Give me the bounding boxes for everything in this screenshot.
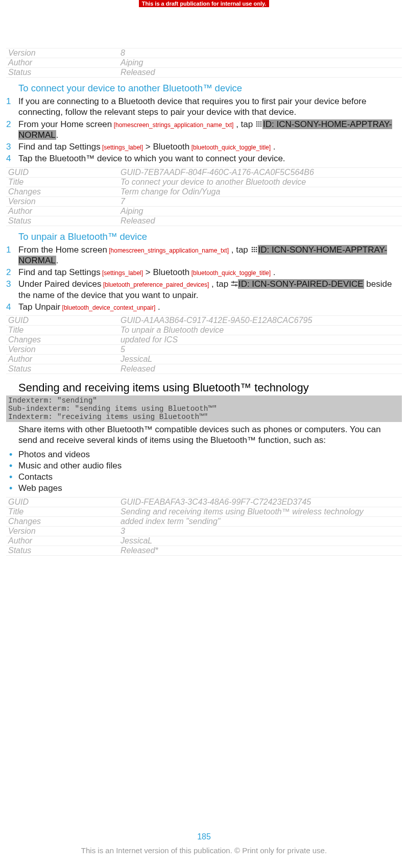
meta-value: updated for ICS bbox=[118, 335, 402, 345]
string-ref: [settings_label] bbox=[101, 269, 143, 277]
meta-key: Author bbox=[6, 58, 118, 68]
table-row: AuthorJessicaL bbox=[6, 355, 402, 364]
text: > bbox=[143, 142, 153, 152]
step-item: Find and tap Settings [settings_label] >… bbox=[6, 141, 402, 152]
step-item: Tap the Bluetooth™ device to which you w… bbox=[6, 153, 402, 164]
table-row: TitleTo unpair a Bluetooth device bbox=[6, 326, 402, 335]
svg-point-10 bbox=[253, 246, 255, 248]
meta-key: Changes bbox=[6, 516, 118, 526]
table-row: Version8 bbox=[6, 48, 402, 58]
text: . bbox=[271, 142, 275, 152]
meta-key: Changes bbox=[6, 335, 118, 345]
table-row: Version3 bbox=[6, 526, 402, 536]
bullet-list: Photos and videos Music and other audio … bbox=[6, 449, 402, 494]
list-item: Music and other audio files bbox=[6, 460, 402, 472]
body-paragraph: Share items with other Bluetooth™ compat… bbox=[18, 424, 402, 446]
string-ref: [homescreen_strings_application_name_txt… bbox=[107, 247, 229, 254]
string-ref: [bluetooth_preference_paired_devices] bbox=[102, 281, 209, 288]
section-heading-send-receive: Sending and receiving items using Blueto… bbox=[18, 381, 402, 394]
meta-key: Version bbox=[6, 48, 118, 58]
text: From the bbox=[18, 245, 56, 255]
table-row: TitleSending and receiving items using B… bbox=[6, 507, 402, 516]
table-row: StatusReleased bbox=[6, 364, 402, 374]
meta-value: To connect your device to another Blueto… bbox=[118, 177, 402, 187]
meta-value: Aiping bbox=[118, 206, 402, 216]
step-item: From your Home screen [homescreen_string… bbox=[6, 119, 402, 141]
meta-key: Version bbox=[6, 345, 118, 355]
meta-table-connect: GUIDGUID-7EB7AADF-804F-460C-A176-ACA0F5C… bbox=[6, 167, 402, 226]
meta-value: 5 bbox=[118, 345, 402, 355]
meta-value: To unpair a Bluetooth device bbox=[118, 326, 402, 335]
table-row: AuthorAiping bbox=[6, 206, 402, 216]
svg-point-16 bbox=[253, 251, 255, 252]
apptray-icon bbox=[255, 119, 262, 127]
meta-value: Released bbox=[118, 364, 402, 374]
steps-connect: If you are connecting to a Bluetooth dev… bbox=[6, 96, 402, 164]
meta-key: Title bbox=[6, 507, 118, 516]
table-row: StatusReleased bbox=[6, 216, 402, 226]
meta-key: Version bbox=[6, 526, 118, 536]
string-ref: [settings_label] bbox=[101, 144, 143, 151]
text: . bbox=[56, 256, 59, 265]
svg-point-17 bbox=[255, 251, 257, 252]
step-item: Under Paired devices [bluetooth_preferen… bbox=[6, 279, 402, 301]
step-item: Tap Unpair [bluetooth_device_context_unp… bbox=[6, 302, 402, 312]
meta-key: Status bbox=[6, 68, 118, 78]
section-heading-connect: To connect your device to another Blueto… bbox=[18, 83, 402, 94]
svg-point-14 bbox=[255, 249, 257, 250]
step-item: If you are connecting to a Bluetooth dev… bbox=[6, 96, 402, 118]
meta-value: Sending and receiving items using Blueto… bbox=[118, 507, 402, 516]
step-item: Find and tap Settings [settings_label] >… bbox=[6, 267, 402, 278]
svg-point-4 bbox=[258, 123, 260, 125]
indexterm-block: Indexterm: "sending" Sub-indexterm: "sen… bbox=[6, 395, 402, 422]
table-row: Version5 bbox=[6, 345, 402, 355]
ui-settings: Settings bbox=[69, 142, 100, 152]
text: > bbox=[143, 267, 153, 277]
table-row: ChangesTerm change for Odin/Yuga bbox=[6, 187, 402, 196]
meta-value: GUID-A1AA3B64-C917-412E-9A50-E12A8CAC679… bbox=[118, 316, 402, 326]
text: . bbox=[155, 302, 160, 312]
steps-unpair: From the Home screen [homescreen_strings… bbox=[6, 244, 402, 313]
list-item: Web pages bbox=[6, 483, 402, 494]
meta-key: Title bbox=[6, 326, 118, 335]
svg-point-13 bbox=[253, 249, 255, 250]
page-number: 185 bbox=[0, 832, 408, 841]
text: , tap bbox=[233, 119, 255, 129]
meta-key: Status bbox=[6, 364, 118, 374]
meta-value: Released bbox=[118, 216, 402, 226]
meta-value: JessicaL bbox=[118, 355, 402, 364]
meta-key: GUID bbox=[6, 497, 118, 507]
meta-value: 8 bbox=[118, 48, 402, 58]
list-item: Contacts bbox=[6, 472, 402, 483]
text: Find and tap bbox=[18, 142, 69, 152]
string-ref: [bluetooth_quick_toggle_title] bbox=[189, 269, 271, 277]
svg-point-6 bbox=[256, 125, 258, 127]
svg-point-7 bbox=[258, 125, 260, 127]
table-row: Changesupdated for ICS bbox=[6, 335, 402, 345]
section-heading-unpair: To unpair a Bluetooth™ device bbox=[18, 231, 402, 242]
ui-unpair: Unpair bbox=[35, 302, 60, 312]
table-row: StatusReleased bbox=[6, 68, 402, 78]
meta-table-unpair: GUIDGUID-A1AA3B64-C917-412E-9A50-E12A8CA… bbox=[6, 315, 402, 374]
step-item: From the Home screen [homescreen_strings… bbox=[6, 244, 402, 266]
sliders-icon bbox=[231, 279, 238, 286]
table-row: GUIDGUID-A1AA3B64-C917-412E-9A50-E12A8CA… bbox=[6, 316, 402, 326]
svg-point-11 bbox=[255, 246, 257, 248]
svg-point-9 bbox=[251, 246, 253, 248]
table-row: TitleTo connect your device to another B… bbox=[6, 177, 402, 187]
text: From your bbox=[18, 119, 60, 129]
list-item: Photos and videos bbox=[6, 449, 402, 460]
svg-point-8 bbox=[260, 125, 262, 127]
meta-key: Title bbox=[6, 177, 118, 187]
text: , tap bbox=[209, 279, 231, 289]
meta-value: JessicaL bbox=[118, 536, 402, 545]
meta-key: Author bbox=[6, 355, 118, 364]
table-row: AuthorJessicaL bbox=[6, 536, 402, 545]
meta-value: 7 bbox=[118, 196, 402, 206]
meta-key: Status bbox=[6, 545, 118, 555]
svg-point-3 bbox=[256, 123, 258, 125]
table-row: StatusReleased* bbox=[6, 545, 402, 555]
meta-key: GUID bbox=[6, 167, 118, 177]
text: Find and tap bbox=[18, 267, 69, 277]
meta-key: Version bbox=[6, 196, 118, 206]
